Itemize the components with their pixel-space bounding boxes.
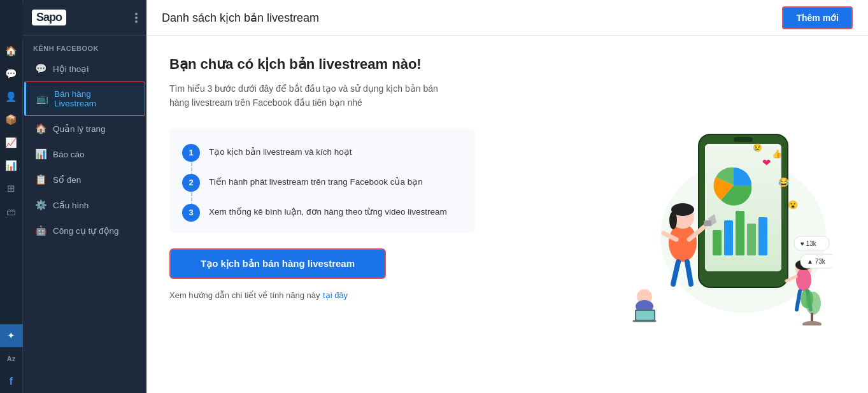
sidebar-item-bao-cao[interactable]: 📊 Báo cáo [23, 141, 146, 167]
sidebar-item-ban-hang-livestream[interactable]: 📺 Bán hàng Livestream [24, 82, 145, 116]
so-den-icon: 📋 [35, 174, 46, 185]
sidebar-icon-home[interactable]: 🏠 [0, 39, 23, 62]
content-area: Bạn chưa có kịch bản livestream nào! Tìm… [146, 36, 868, 393]
sidebar-icon-chart[interactable]: 📊 [0, 154, 23, 177]
svg-point-27 [796, 268, 811, 291]
svg-text:❤: ❤ [762, 157, 771, 168]
steps-card: 1 Tạo kịch bản livestream và kích hoạt 2… [169, 128, 475, 233]
cau-hinh-icon: ⚙️ [35, 199, 46, 211]
main-content: Danh sách kịch bản livestream Thêm mới B… [146, 0, 868, 393]
svg-rect-4 [713, 230, 722, 255]
sidebar-icon-user[interactable]: 👤 [0, 85, 23, 108]
step-2-num: 2 [182, 174, 200, 192]
svg-rect-17 [704, 220, 711, 226]
help-text-container: Xem hướng dẫn chi tiết về tính năng này … [169, 289, 578, 301]
step-3-num: 3 [182, 204, 200, 222]
quan-ly-label: Quản lý trang [53, 124, 106, 134]
sapo-logo-text: Sapo [32, 10, 66, 25]
sidebar-icon-table[interactable]: 🗃 [0, 200, 23, 223]
sidebar-icon-facebook[interactable]: f [0, 370, 23, 393]
so-den-label: Sổ đen [53, 175, 81, 185]
topbar: Danh sách kịch bản livestream Thêm mới [146, 0, 868, 36]
add-new-button[interactable]: Thêm mới [782, 6, 853, 29]
hoi-thoai-label: Hội thoại [53, 64, 89, 74]
svg-point-11 [669, 224, 697, 262]
quan-ly-icon: 🏠 [35, 123, 46, 134]
svg-point-42 [800, 289, 813, 308]
step-1-text: Tạo kịch bản livestream và kích hoạt [209, 143, 352, 159]
page-title: Danh sách kịch bản livestream [162, 11, 319, 25]
sidebar-item-quan-ly-trang[interactable]: 🏠 Quản lý trang [23, 116, 146, 141]
sidebar-section-label: KÊNH FACEBOOK [23, 36, 146, 56]
ban-hang-icon: 📺 [36, 93, 48, 104]
sidebar-icon-column: 🏠 💬 👤 📦 📈 📊 ⊞ 🗃 ✦ Az f [0, 0, 23, 393]
cong-cu-label: Công cụ tự động [53, 225, 119, 236]
content-right: ❤ 😂 😮 👍 😢 ♥ 13k ▲ 73k [603, 56, 845, 378]
sidebar-nav: 💬 Hội thoại 📺 Bán hàng Livestream 🏠 Quản… [23, 56, 146, 393]
create-script-button[interactable]: Tạo kịch bản bán hàng livestream [169, 248, 386, 279]
step-3-text: Xem thống kê bình luận, đơn hàng theo từ… [209, 203, 447, 218]
sidebar-more-button[interactable] [135, 13, 138, 23]
sidebar-nav-column: Sapo KÊNH FACEBOOK 💬 Hội thoại 📺 Bán hàn… [23, 0, 146, 393]
step-2-text: Tiến hành phát livestream trên trang Fac… [209, 173, 423, 189]
empty-state-title: Bạn chưa có kịch bản livestream nào! [169, 56, 578, 73]
svg-rect-10 [734, 137, 753, 142]
help-text: Xem hướng dẫn chi tiết về tính năng này [169, 290, 320, 300]
svg-text:▲ 73k: ▲ 73k [807, 258, 826, 265]
sidebar-item-cong-cu[interactable]: 🤖 Công cụ tự động [23, 218, 146, 243]
svg-rect-7 [747, 224, 756, 255]
svg-text:♥ 13k: ♥ 13k [800, 240, 817, 247]
sidebar-item-so-den[interactable]: 📋 Sổ đen [23, 167, 146, 192]
step-2: 2 Tiến hành phát livestream trên trang F… [182, 173, 457, 192]
svg-text:😮: 😮 [788, 199, 799, 210]
step-3: 3 Xem thống kê bình luận, đơn hàng theo … [182, 203, 457, 222]
hoi-thoai-icon: 💬 [35, 63, 46, 75]
sidebar-item-hoi-thoai[interactable]: 💬 Hội thoại [23, 56, 146, 82]
empty-state-desc: Tìm hiểu 3 bước dưới đây để bắt đầu tạo … [169, 82, 450, 110]
svg-text:👍: 👍 [772, 148, 783, 159]
svg-rect-6 [736, 211, 744, 255]
sidebar-icon-report[interactable]: 📈 [0, 131, 23, 154]
bao-cao-label: Báo cáo [53, 150, 85, 159]
ban-hang-label: Bán hàng Livestream [54, 89, 134, 108]
sidebar-icon-grid[interactable]: ⊞ [0, 177, 23, 200]
sidebar-header: Sapo [23, 0, 146, 36]
sidebar-item-cau-hinh[interactable]: ⚙️ Cấu hình [23, 192, 146, 218]
sidebar-icon-az[interactable]: Az [0, 347, 23, 370]
sidebar-icon-star[interactable]: ✦ [0, 324, 23, 347]
cong-cu-icon: 🤖 [35, 225, 46, 236]
svg-point-44 [802, 321, 822, 325]
svg-text:😢: 😢 [753, 143, 762, 152]
sidebar-icon-chat[interactable]: 💬 [0, 62, 23, 85]
bao-cao-icon: 📊 [35, 148, 46, 160]
step-1: 1 Tạo kịch bản livestream và kích hoạt [182, 143, 457, 162]
step-1-num: 1 [182, 144, 200, 162]
help-link[interactable]: tại đây [323, 290, 348, 300]
sidebar: 🏠 💬 👤 📦 📈 📊 ⊞ 🗃 ✦ Az f Sapo KÊNH FACEBOO… [0, 0, 146, 393]
sidebar-icon-box[interactable]: 📦 [0, 108, 23, 131]
svg-rect-24 [636, 311, 654, 320]
svg-rect-8 [758, 217, 767, 255]
livestream-illustration: ❤ 😂 😮 👍 😢 ♥ 13k ▲ 73k [616, 109, 832, 325]
svg-rect-5 [724, 220, 733, 255]
svg-point-14 [669, 211, 677, 229]
content-left: Bạn chưa có kịch bản livestream nào! Tìm… [169, 56, 578, 378]
sapo-logo: Sapo [32, 10, 66, 25]
cau-hinh-label: Cấu hình [53, 200, 89, 210]
svg-text:😂: 😂 [778, 177, 790, 188]
